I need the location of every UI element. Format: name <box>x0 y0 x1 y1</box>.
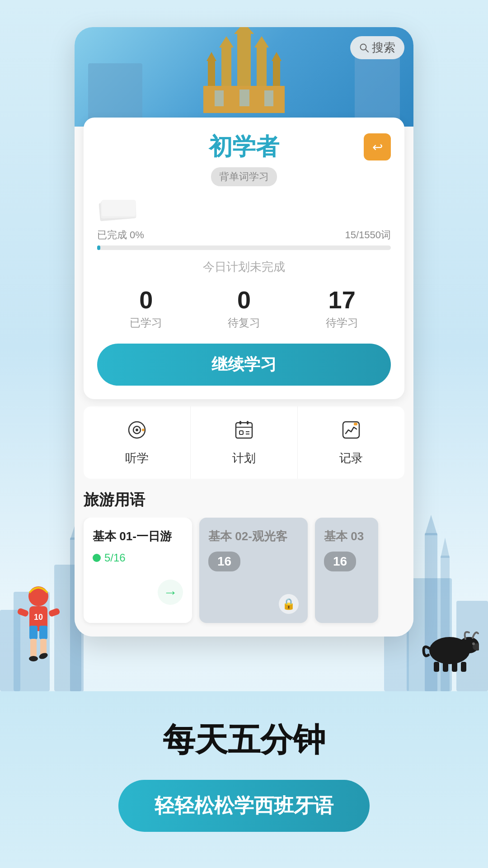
lock-icon-1: 🔒 <box>279 594 299 614</box>
menu-label-listen: 听学 <box>125 450 149 466</box>
search-label: 搜索 <box>372 40 395 56</box>
svg-rect-62 <box>354 423 357 425</box>
stat-review-label: 待复习 <box>228 316 260 330</box>
svg-point-12 <box>28 586 48 606</box>
svg-rect-27 <box>443 662 448 672</box>
lesson-lock-area-1: 🔒 <box>199 590 308 623</box>
svg-marker-36 <box>254 36 269 47</box>
listen-icon <box>126 419 148 446</box>
lesson-card-locked-2: 基本 03 16 <box>315 518 378 623</box>
card-header: 初学者 ↩ <box>97 131 391 163</box>
bottom-section: 每天五分钟 轻轻松松学西班牙语 <box>0 691 488 868</box>
side-building-right <box>355 54 400 127</box>
stat-pending-number: 17 <box>326 286 358 314</box>
lesson-card-locked-1: 基本 02-观光客 16 🔒 <box>199 518 308 623</box>
lesson-progress-1: 5/16 <box>93 552 183 564</box>
svg-rect-54 <box>236 423 252 438</box>
svg-rect-43 <box>239 90 249 106</box>
svg-rect-20 <box>17 608 29 617</box>
record-icon <box>340 419 362 446</box>
soccer-player-icon: 10 <box>9 583 68 673</box>
search-button[interactable]: 搜索 <box>350 36 404 59</box>
side-building-left <box>88 63 142 127</box>
back-icon: ↩ <box>372 140 383 155</box>
svg-marker-38 <box>206 52 216 61</box>
progress-fill <box>97 245 100 250</box>
svg-point-52 <box>136 429 138 431</box>
main-content: 初学者 ↩ 背单词学习 <box>75 118 413 637</box>
lesson-card-active[interactable]: 基本 01-一日游 5/16 → <box>84 518 192 623</box>
progress-total: 15/1550词 <box>345 228 391 242</box>
main-tagline: 每天五分钟 <box>163 718 325 762</box>
progress-dot <box>93 554 101 562</box>
card-title: 初学者 <box>209 131 279 163</box>
stat-review: 0 待复习 <box>228 286 260 330</box>
svg-rect-16 <box>30 639 37 657</box>
svg-point-53 <box>142 429 145 431</box>
progress-labels: 已完成 0% 15/1550词 <box>97 228 391 242</box>
svg-rect-49 <box>102 200 136 216</box>
book-icon <box>97 197 138 222</box>
menu-item-plan[interactable]: 计划 <box>191 406 298 479</box>
svg-rect-26 <box>434 662 439 672</box>
lesson-progress-text-1: 5/16 <box>104 552 126 564</box>
svg-rect-28 <box>452 662 457 672</box>
svg-marker-9 <box>425 515 437 535</box>
svg-rect-44 <box>264 90 273 106</box>
stat-review-number: 0 <box>228 286 260 314</box>
learning-card: 初学者 ↩ 背单词学习 <box>84 118 404 399</box>
svg-text:10: 10 <box>34 613 43 622</box>
progress-section: 已完成 0% 15/1550词 <box>97 228 391 250</box>
search-icon <box>359 43 369 53</box>
cathedral-icon <box>181 27 307 118</box>
svg-rect-14 <box>29 626 38 639</box>
svg-marker-40 <box>272 52 282 61</box>
lesson-card-title-1: 基本 01-一日游 <box>93 528 183 544</box>
svg-marker-32 <box>234 27 254 34</box>
lesson-count-2: 16 <box>208 552 299 579</box>
menu-item-record[interactable]: 记录 <box>298 406 404 479</box>
lesson-arrow-area: → <box>84 575 192 614</box>
icon-menu: 听学 计划 <box>84 406 404 479</box>
svg-point-30 <box>472 642 475 645</box>
svg-point-18 <box>29 656 38 661</box>
today-plan: 今日计划未完成 <box>97 259 391 275</box>
svg-marker-34 <box>219 36 234 47</box>
menu-label-record: 记录 <box>339 450 363 466</box>
svg-rect-29 <box>461 662 466 672</box>
section-title: 旅游用语 <box>84 490 404 510</box>
lessons-row: 基本 01-一日游 5/16 → 基本 02-观光客 <box>75 518 413 637</box>
svg-rect-42 <box>215 90 224 106</box>
plan-icon <box>233 419 255 446</box>
progress-bar <box>97 245 391 250</box>
stat-learned-label: 已学习 <box>130 316 162 330</box>
bull-icon <box>420 619 479 673</box>
continue-button[interactable]: 继续学习 <box>97 344 391 386</box>
phone-area: 10 <box>0 0 488 691</box>
progress-completed: 已完成 0% <box>97 228 144 242</box>
menu-item-listen[interactable]: 听学 <box>84 406 191 479</box>
lesson-card-title-2: 基本 02-观光客 <box>208 528 299 544</box>
vocab-badge: 背单词学习 <box>211 167 277 186</box>
svg-rect-58 <box>239 431 243 434</box>
svg-rect-15 <box>39 626 47 639</box>
sub-tagline-button[interactable]: 轻轻松松学西班牙语 <box>118 780 370 832</box>
svg-rect-55 <box>239 421 241 425</box>
svg-rect-21 <box>48 608 60 617</box>
svg-line-46 <box>366 49 368 52</box>
lesson-count-3: 16 <box>324 552 369 579</box>
phone-card: 搜索 初学者 ↩ 背单词学习 <box>75 27 413 637</box>
stats-row: 0 已学习 0 待复习 17 待学习 <box>97 286 391 330</box>
lesson-card-title-3: 基本 03 <box>324 528 369 544</box>
stat-learned-number: 0 <box>130 286 162 314</box>
back-button[interactable]: ↩ <box>364 133 391 160</box>
svg-rect-56 <box>247 421 249 425</box>
stat-learned: 0 已学习 <box>130 286 162 330</box>
menu-label-plan: 计划 <box>232 450 256 466</box>
hero-image: 搜索 <box>75 27 413 127</box>
stat-pending-label: 待学习 <box>326 316 358 330</box>
lesson-arrow-button[interactable]: → <box>158 580 183 605</box>
svg-marker-11 <box>441 538 450 558</box>
stat-pending: 17 待学习 <box>326 286 358 330</box>
